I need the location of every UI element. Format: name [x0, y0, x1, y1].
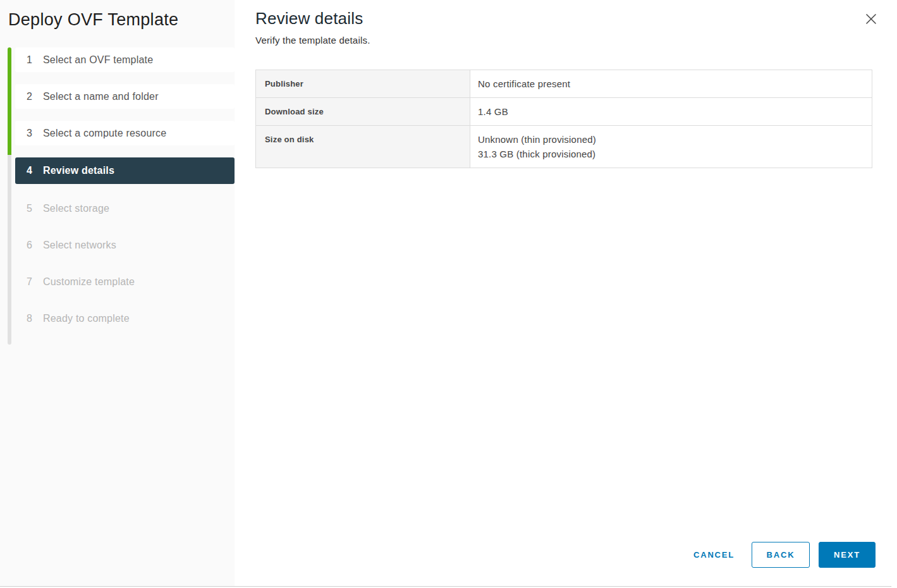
dialog-title: Deploy OVF Template	[0, 0, 235, 30]
row-label: Size on disk	[256, 126, 470, 168]
page-title: Review details	[255, 0, 872, 29]
row-value: 1.4 GB	[470, 98, 872, 126]
next-button[interactable]: NEXT	[819, 542, 876, 568]
table-row-download-size: Download size 1.4 GB	[256, 98, 872, 126]
step-review-details[interactable]: 4 Review details	[15, 157, 235, 184]
step-label: Select networks	[43, 240, 116, 251]
close-icon[interactable]	[863, 11, 879, 27]
wizard-sidebar: Deploy OVF Template 1 Select an OVF temp…	[0, 0, 235, 586]
row-label: Download size	[256, 98, 470, 126]
value-line: 1.4 GB	[478, 104, 864, 119]
step-label: Customize template	[43, 276, 135, 288]
template-details-table: Publisher No certificate present Downloa…	[255, 70, 872, 168]
step-select-networks: 6 Select networks	[15, 233, 235, 257]
step-label: Review details	[43, 165, 114, 176]
step-select-compute-resource[interactable]: 3 Select a compute resource	[15, 121, 235, 145]
step-number: 8	[27, 313, 37, 324]
step-label: Select a name and folder	[43, 91, 159, 102]
step-label: Select an OVF template	[43, 54, 153, 66]
row-value: No certificate present	[470, 70, 872, 98]
wizard-steps: 1 Select an OVF template 2 Select a name…	[0, 30, 235, 331]
wizard-footer-actions: CANCEL BACK NEXT	[693, 542, 876, 568]
step-number: 5	[27, 203, 37, 214]
back-button[interactable]: BACK	[752, 542, 810, 568]
step-customize-template: 7 Customize template	[15, 269, 235, 294]
step-number: 2	[27, 91, 37, 102]
table-row-size-on-disk: Size on disk Unknown (thin provisioned) …	[256, 126, 872, 168]
cancel-button[interactable]: CANCEL	[693, 550, 735, 560]
page-subtitle: Verify the template details.	[255, 35, 872, 46]
row-label: Publisher	[256, 70, 470, 98]
step-number: 6	[27, 240, 37, 251]
step-label: Ready to complete	[43, 313, 130, 324]
deploy-ovf-template-dialog: Deploy OVF Template 1 Select an OVF temp…	[0, 0, 891, 587]
step-number: 3	[27, 128, 37, 139]
step-ready-to-complete: 8 Ready to complete	[15, 306, 235, 331]
row-value: Unknown (thin provisioned) 31.3 GB (thic…	[470, 126, 872, 168]
progress-track-completed	[8, 47, 11, 155]
step-content-panel: Review details Verify the template detai…	[235, 0, 891, 586]
step-select-ovf-template[interactable]: 1 Select an OVF template	[15, 47, 235, 72]
value-line: No certificate present	[478, 77, 864, 91]
step-number: 1	[27, 54, 37, 66]
table-row-publisher: Publisher No certificate present	[256, 70, 872, 98]
step-select-name-folder[interactable]: 2 Select a name and folder	[15, 84, 235, 109]
step-select-storage: 5 Select storage	[15, 196, 235, 221]
step-number: 4	[27, 165, 37, 176]
step-number: 7	[27, 276, 37, 288]
value-line: Unknown (thin provisioned)	[478, 132, 864, 147]
step-label: Select a compute resource	[43, 128, 166, 139]
step-label: Select storage	[43, 203, 109, 214]
progress-track-remaining	[8, 155, 11, 345]
value-line: 31.3 GB (thick provisioned)	[478, 147, 864, 161]
